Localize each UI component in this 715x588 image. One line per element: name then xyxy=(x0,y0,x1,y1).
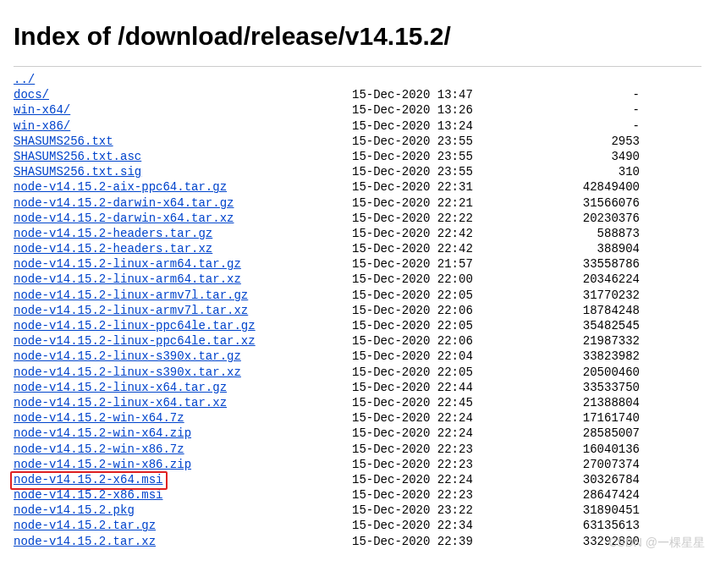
file-size: 30326784 xyxy=(470,472,699,487)
list-item: node-v14.15.2-win-x86.zip15-Dec-2020 22:… xyxy=(14,457,701,472)
file-size: 35482545 xyxy=(470,318,699,333)
file-size: 20230376 xyxy=(470,211,699,226)
file-date: 15-Dec-2020 22:34 xyxy=(352,518,470,533)
file-date: 15-Dec-2020 22:06 xyxy=(352,333,470,349)
file-name-cell: node-v14.15.2-linux-ppc64le.tar.gz xyxy=(14,318,352,333)
file-name-cell: node-v14.15.2-x86.msi xyxy=(14,487,352,503)
file-size: 17161740 xyxy=(470,410,699,426)
file-link[interactable]: win-x86/ xyxy=(14,119,70,133)
list-item: node-v14.15.2.tar.xz15-Dec-2020 22:39332… xyxy=(14,534,701,549)
file-link[interactable]: node-v14.15.2-aix-ppc64.tar.gz xyxy=(14,180,227,194)
file-link[interactable]: docs/ xyxy=(14,88,49,102)
file-name-cell: win-x86/ xyxy=(14,118,352,134)
file-link[interactable]: node-v14.15.2-linux-armv7l.tar.xz xyxy=(14,304,248,317)
file-link[interactable]: node-v14.15.2-win-x64.7z xyxy=(14,411,184,425)
file-size: 33533750 xyxy=(470,380,699,395)
list-item: node-v14.15.2-darwin-x64.tar.gz15-Dec-20… xyxy=(14,195,701,211)
file-link[interactable]: node-v14.15.2-x86.msi xyxy=(14,488,162,502)
file-name-cell: node-v14.15.2-headers.tar.gz xyxy=(14,226,352,241)
file-link[interactable]: node-v14.15.2-linux-s390x.tar.xz xyxy=(14,365,241,379)
file-name-cell: SHASUMS256.txt.asc xyxy=(14,149,352,164)
file-link[interactable]: SHASUMS256.txt.sig xyxy=(14,165,141,179)
file-link[interactable]: node-v14.15.2.tar.xz xyxy=(14,535,156,548)
file-date: 15-Dec-2020 22:24 xyxy=(352,472,470,487)
file-name-cell: node-v14.15.2-linux-armv7l.tar.gz xyxy=(14,288,352,303)
file-name-cell: node-v14.15.2.tar.xz xyxy=(14,534,352,549)
file-name-cell: node-v14.15.2-darwin-x64.tar.xz xyxy=(14,211,352,226)
list-item: SHASUMS256.txt.sig15-Dec-2020 23:55310 xyxy=(14,164,701,179)
file-name-cell: SHASUMS256.txt.sig xyxy=(14,164,352,179)
file-date: 15-Dec-2020 22:04 xyxy=(352,349,470,364)
file-date: 15-Dec-2020 23:22 xyxy=(352,503,470,518)
list-item: node-v14.15.2.pkg15-Dec-2020 23:22318904… xyxy=(14,503,701,518)
file-link[interactable]: node-v14.15.2.tar.gz xyxy=(14,519,156,532)
file-link[interactable]: node-v14.15.2-headers.tar.gz xyxy=(14,227,212,240)
list-item: node-v14.15.2-headers.tar.gz15-Dec-2020 … xyxy=(14,226,701,241)
file-link[interactable]: win-x64/ xyxy=(14,103,70,117)
file-name-cell: node-v14.15.2-win-x64.7z xyxy=(14,410,352,426)
file-link[interactable]: node-v14.15.2-linux-armv7l.tar.gz xyxy=(14,289,248,302)
file-size: 31566076 xyxy=(470,195,699,211)
file-size: 588873 xyxy=(470,226,699,241)
file-size: 33823982 xyxy=(470,349,699,364)
file-name-cell: node-v14.15.2-linux-arm64.tar.xz xyxy=(14,272,352,287)
file-size: 310 xyxy=(470,164,699,179)
file-date: 15-Dec-2020 22:05 xyxy=(352,288,470,303)
file-link[interactable]: node-v14.15.2-x64.msi xyxy=(14,473,162,486)
file-link[interactable]: node-v14.15.2-linux-arm64.tar.gz xyxy=(14,257,241,271)
list-item: node-v14.15.2-linux-ppc64le.tar.xz15-Dec… xyxy=(14,333,701,349)
file-date: 15-Dec-2020 22:23 xyxy=(352,442,470,457)
file-link[interactable]: node-v14.15.2-darwin-x64.tar.xz xyxy=(14,212,234,225)
file-size: 16040136 xyxy=(470,442,699,457)
file-link[interactable]: SHASUMS256.txt xyxy=(14,135,113,148)
file-link[interactable]: node-v14.15.2.pkg xyxy=(14,503,135,517)
file-link[interactable]: node-v14.15.2-linux-arm64.tar.xz xyxy=(14,272,241,286)
file-size: 33558786 xyxy=(470,256,699,272)
list-item: node-v14.15.2-linux-s390x.tar.xz15-Dec-2… xyxy=(14,365,701,380)
file-date: 15-Dec-2020 22:45 xyxy=(352,395,470,410)
file-link[interactable]: node-v14.15.2-win-x86.7z xyxy=(14,442,184,456)
parent-dir-link[interactable]: ../ xyxy=(14,73,35,86)
list-item: node-v14.15.2.tar.gz15-Dec-2020 22:34631… xyxy=(14,518,701,533)
file-size: - xyxy=(470,118,699,134)
file-link[interactable]: node-v14.15.2-linux-ppc64le.tar.gz xyxy=(14,319,256,332)
file-link[interactable]: SHASUMS256.txt.asc xyxy=(14,150,141,163)
file-name-cell: node-v14.15.2-headers.tar.xz xyxy=(14,241,352,256)
list-item: node-v14.15.2-linux-arm64.tar.gz15-Dec-2… xyxy=(14,256,701,272)
list-item: node-v14.15.2-x86.msi15-Dec-2020 22:2328… xyxy=(14,487,701,503)
file-size: 18784248 xyxy=(470,303,699,318)
file-link[interactable]: node-v14.15.2-linux-x64.tar.xz xyxy=(14,396,227,409)
file-name-cell: node-v14.15.2-win-x86.7z xyxy=(14,442,352,457)
list-item: node-v14.15.2-linux-armv7l.tar.gz15-Dec-… xyxy=(14,288,701,303)
file-link[interactable]: node-v14.15.2-win-x86.zip xyxy=(14,458,191,471)
file-date: 15-Dec-2020 23:55 xyxy=(352,134,470,149)
file-name-cell: SHASUMS256.txt xyxy=(14,134,352,149)
file-date: 15-Dec-2020 21:57 xyxy=(352,256,470,272)
file-link[interactable]: node-v14.15.2-win-x64.zip xyxy=(14,426,191,440)
file-name-cell: node-v14.15.2-linux-x64.tar.xz xyxy=(14,395,352,410)
list-item: node-v14.15.2-linux-arm64.tar.xz15-Dec-2… xyxy=(14,272,701,287)
file-date: 15-Dec-2020 13:26 xyxy=(352,102,470,118)
file-link[interactable]: node-v14.15.2-linux-x64.tar.gz xyxy=(14,381,227,394)
file-name-cell: node-v14.15.2-linux-arm64.tar.gz xyxy=(14,256,352,272)
file-date: 15-Dec-2020 22:00 xyxy=(352,272,470,287)
file-size: 28647424 xyxy=(470,487,699,503)
file-size: 21987332 xyxy=(470,333,699,349)
file-name-cell: node-v14.15.2-darwin-x64.tar.gz xyxy=(14,195,352,211)
file-link[interactable]: node-v14.15.2-darwin-x64.tar.gz xyxy=(14,196,234,210)
file-size: 31770232 xyxy=(470,288,699,303)
page-title: Index of /download/release/v14.15.2/ xyxy=(14,22,701,51)
file-link[interactable]: node-v14.15.2-linux-s390x.tar.gz xyxy=(14,349,241,363)
file-name-cell: node-v14.15.2-linux-armv7l.tar.xz xyxy=(14,303,352,318)
list-item: node-v14.15.2-linux-ppc64le.tar.gz15-Dec… xyxy=(14,318,701,333)
file-link[interactable]: node-v14.15.2-linux-ppc64le.tar.xz xyxy=(14,334,256,348)
file-link[interactable]: node-v14.15.2-headers.tar.xz xyxy=(14,242,212,256)
file-size: 31890451 xyxy=(470,503,699,518)
file-size: 28585007 xyxy=(470,426,699,441)
list-item: node-v14.15.2-headers.tar.xz15-Dec-2020 … xyxy=(14,241,701,256)
list-item: node-v14.15.2-linux-x64.tar.gz15-Dec-202… xyxy=(14,380,701,395)
file-name-cell: node-v14.15.2-win-x64.zip xyxy=(14,426,352,441)
list-item: docs/15-Dec-2020 13:47- xyxy=(14,87,701,102)
list-item: node-v14.15.2-x64.msi15-Dec-2020 22:2430… xyxy=(14,472,701,487)
file-date: 15-Dec-2020 22:05 xyxy=(352,318,470,333)
